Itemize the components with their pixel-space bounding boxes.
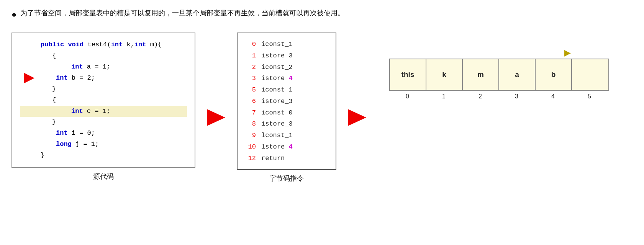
line-j: long j = 1; <box>41 139 99 150</box>
lv-cell-k: k <box>426 59 463 90</box>
lv-index-4: 4 <box>535 93 571 100</box>
brace-close-2: } <box>41 117 56 128</box>
lv-index-5: 5 <box>571 93 608 100</box>
big-arrow-shape-1 <box>207 109 225 126</box>
line-a: int a = 1; <box>41 62 110 73</box>
kw-int-b: int <box>56 74 68 82</box>
code-line-9: long j = 1; <box>20 139 187 150</box>
lv-cell-this: this <box>390 59 426 90</box>
bc-line-3: 3 istore 4 <box>245 73 328 84</box>
bc-instr-9: lconst_1 <box>261 130 293 141</box>
code-line-0: public void test4(int k,int m){ <box>20 39 187 51</box>
code-line-1: { <box>20 51 187 62</box>
kw-int-i: int <box>56 129 68 137</box>
bc-instr-8: istore_3 <box>261 118 293 130</box>
code-box: public void test4(int k,int m){ { int a … <box>11 33 195 168</box>
code-line-10: } <box>20 150 187 161</box>
kw-long-j: long <box>56 140 72 148</box>
code-line-8: int i = 0; <box>20 128 187 139</box>
bc-line-0: 0 iconst_1 <box>245 39 328 50</box>
brace-close-1: } <box>41 84 56 95</box>
lv-cell-m: m <box>463 59 499 90</box>
bc-instr-12: return <box>261 153 285 164</box>
lv-indices: 0 1 2 3 4 5 <box>389 93 608 100</box>
bc-line-2: 2 iconst_2 <box>245 62 328 73</box>
code-line-7: } <box>20 117 187 128</box>
bc-line-6: 6 istore_3 <box>245 96 328 107</box>
bc-num-1: 1 <box>245 50 256 62</box>
arrow-1 <box>207 33 225 126</box>
bc-num-7: 7 <box>245 107 256 119</box>
bc-arg-3: 4 <box>288 75 292 82</box>
lv-cell-empty <box>572 59 608 90</box>
brace-open-2: { <box>41 95 56 106</box>
source-label: 源代码 <box>93 172 114 181</box>
kw-int-c: int <box>71 108 83 115</box>
param-k: k, <box>123 39 134 51</box>
bc-instr-0: iconst_1 <box>261 39 293 50</box>
bc-num-0: 0 <box>245 39 256 50</box>
top-note: ● 为了节省空间，局部变量表中的槽是可以复用的，一旦某个局部变量不再生效，当前槽… <box>11 8 633 21</box>
code-line-3: int b = 2; <box>20 73 187 84</box>
bc-line-1: 1 istore_3 <box>245 50 328 62</box>
keyword-void: void <box>68 39 87 51</box>
bc-instr-6: istore_3 <box>261 96 293 107</box>
bytecode-panel: 0 iconst_1 1 istore_3 2 iconst_2 3 istor… <box>237 33 336 183</box>
bc-line-9: 9 lconst_1 <box>245 130 328 141</box>
bc-num-9: 9 <box>245 130 256 141</box>
arrow-cell-3 <box>24 73 41 83</box>
bytecode-box: 0 iconst_1 1 istore_3 2 iconst_2 3 istor… <box>237 33 336 170</box>
big-arrow-shape-2 <box>348 109 366 126</box>
lv-index-3: 3 <box>498 93 535 100</box>
bc-arg-10: 4 <box>288 143 292 150</box>
brace-open-1: { <box>41 51 56 62</box>
cursor-indicator: ▶ <box>389 48 609 58</box>
bc-line-8: 8 istore_3 <box>245 118 328 130</box>
arrow-2 <box>348 33 366 126</box>
lv-table: this k m a b <box>389 59 609 91</box>
keyword-public: public <box>41 39 68 51</box>
bc-instr-5: iconst_1 <box>261 84 293 96</box>
bullet-point: ● <box>11 8 16 21</box>
code-line-6: int c = 1; <box>20 106 187 117</box>
red-arrow-source <box>24 73 34 83</box>
bytecode-label: 字节码指令 <box>269 174 304 183</box>
bc-line-10: 10 lstore 4 <box>245 141 328 153</box>
bc-num-8: 8 <box>245 118 256 130</box>
brace-close-main: } <box>41 150 44 161</box>
bc-num-10: 10 <box>245 141 256 153</box>
cursor-icon: ▶ <box>564 48 571 58</box>
code-line-5: { <box>20 95 187 106</box>
lv-table-panel: ▶ this k m a b 0 1 2 3 4 5 <box>389 33 609 100</box>
bc-line-12: 12 return <box>245 153 328 164</box>
method-name: test4( <box>87 39 111 51</box>
kw-int-1: int <box>111 39 123 51</box>
lv-index-2: 2 <box>462 93 498 100</box>
bc-instr-3: istore 4 <box>261 73 293 84</box>
param-m: m){ <box>146 39 162 51</box>
line-c: int c = 1; <box>41 106 110 117</box>
lv-cell-b: b <box>536 59 572 90</box>
bc-num-6: 6 <box>245 96 256 107</box>
line-i: int i = 0; <box>41 128 95 139</box>
line-b: int b = 2; <box>41 73 95 84</box>
lv-index-0: 0 <box>389 93 426 100</box>
bc-instr-7: iconst_0 <box>261 107 293 119</box>
note-text: 为了节省空间，局部变量表中的槽是可以复用的，一旦某个局部变量不再生效，当前槽就可… <box>20 8 344 19</box>
code-line-4: } <box>20 84 187 95</box>
code-line-2: int a = 1; <box>20 62 187 73</box>
bc-num-2: 2 <box>245 62 256 73</box>
bc-line-5: 5 iconst_1 <box>245 84 328 96</box>
kw-int-a: int <box>71 63 83 70</box>
main-content: public void test4(int k,int m){ { int a … <box>11 33 633 183</box>
bc-line-7: 7 iconst_0 <box>245 107 328 119</box>
bc-num-12: 12 <box>245 153 256 164</box>
bc-instr-1: istore_3 <box>261 50 293 62</box>
source-code-panel: public void test4(int k,int m){ { int a … <box>11 33 195 181</box>
lv-cell-a: a <box>499 59 536 90</box>
bc-instr-2: iconst_2 <box>261 62 293 73</box>
kw-int-2: int <box>134 39 146 51</box>
lv-index-1: 1 <box>426 93 462 100</box>
bc-num-3: 3 <box>245 73 256 84</box>
bc-instr-10: lstore 4 <box>261 141 293 153</box>
